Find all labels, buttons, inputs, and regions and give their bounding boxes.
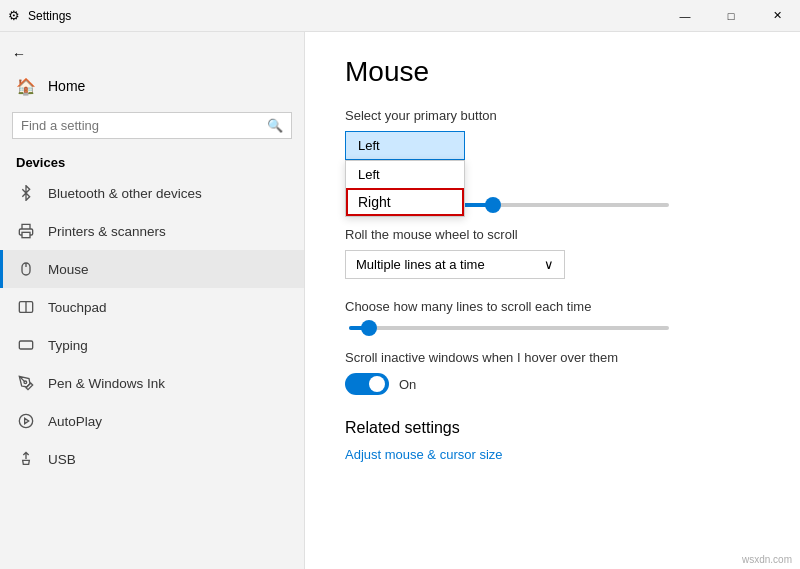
svg-marker-12 [25,418,29,423]
home-icon: 🏠 [16,76,36,96]
minimize-button[interactable]: — [662,0,708,32]
toggle-thumb [369,376,385,392]
sidebar-item-mouse[interactable]: Mouse [0,250,304,288]
scroll-dropdown[interactable]: Multiple lines at a time ∨ [345,250,565,279]
dropdown-option-left[interactable]: Left [346,161,464,188]
title-bar-controls: — □ ✕ [662,0,800,32]
primary-button-label: Select your primary button [345,108,760,123]
sidebar-item-printers[interactable]: Printers & scanners [0,212,304,250]
sidebar-item-usb[interactable]: USB [0,440,304,478]
sidebar-item-label: Touchpad [48,300,107,315]
svg-point-11 [19,414,32,427]
typing-icon [16,335,36,355]
chevron-down-icon: ∨ [544,257,554,272]
dropdown-selected[interactable]: Left [345,131,465,160]
page-title: Mouse [345,56,760,88]
section-title: Devices [0,147,304,174]
cursor-speed-thumb[interactable] [485,197,501,213]
restore-button[interactable]: □ [708,0,754,32]
scroll-inactive-toggle[interactable] [345,373,389,395]
svg-rect-0 [22,232,30,237]
app-container: ← 🏠 Home 🔍 Devices Bluetooth & other dev… [0,32,800,569]
sidebar-item-label: AutoPlay [48,414,102,429]
search-box[interactable]: 🔍 [12,112,292,139]
settings-icon: ⚙ [8,8,20,23]
watermark: wsxdn.com [742,554,792,565]
back-button[interactable]: ← [0,40,304,68]
search-icon: 🔍 [267,118,283,133]
usb-icon [16,449,36,469]
main-content: Mouse Select your primary button Left Le… [305,32,800,569]
svg-rect-5 [19,341,32,349]
lines-thumb[interactable] [361,320,377,336]
primary-button-dropdown[interactable]: Left Left Right [345,131,760,160]
scroll-label: Roll the mouse wheel to scroll [345,227,760,242]
autoplay-icon [16,411,36,431]
toggle-text: On [399,377,416,392]
inactive-label: Scroll inactive windows when I hover ove… [345,350,760,365]
sidebar-item-pen[interactable]: Pen & Windows Ink [0,364,304,402]
title-bar-left: ⚙ Settings [8,8,71,23]
title-bar-title: Settings [28,9,71,23]
sidebar-item-touchpad[interactable]: Touchpad [0,288,304,326]
sidebar: ← 🏠 Home 🔍 Devices Bluetooth & other dev… [0,32,305,569]
mouse-icon [16,259,36,279]
sidebar-item-bluetooth[interactable]: Bluetooth & other devices [0,174,304,212]
sidebar-item-label: USB [48,452,76,467]
lines-slider[interactable] [345,326,760,330]
sidebar-item-typing[interactable]: Typing [0,326,304,364]
back-arrow-icon: ← [12,46,26,62]
sidebar-item-label: Printers & scanners [48,224,166,239]
printer-icon [16,221,36,241]
lines-track [349,326,669,330]
pen-icon [16,373,36,393]
bluetooth-icon [16,183,36,203]
sidebar-item-label: Pen & Windows Ink [48,376,165,391]
home-label: Home [48,78,85,94]
related-settings-title: Related settings [345,419,760,437]
scroll-value: Multiple lines at a time [356,257,485,272]
search-input[interactable] [21,118,267,133]
sidebar-item-label: Mouse [48,262,89,277]
dropdown-options: Left Right [345,160,465,217]
title-bar: ⚙ Settings — □ ✕ [0,0,800,32]
sidebar-home-item[interactable]: 🏠 Home [0,68,304,104]
sidebar-item-label: Typing [48,338,88,353]
svg-point-10 [24,381,27,384]
sidebar-item-label: Bluetooth & other devices [48,186,202,201]
dropdown-option-right[interactable]: Right [346,188,464,216]
lines-label: Choose how many lines to scroll each tim… [345,299,760,314]
close-button[interactable]: ✕ [754,0,800,32]
adjust-mouse-link[interactable]: Adjust mouse & cursor size [345,447,503,462]
sidebar-item-autoplay[interactable]: AutoPlay [0,402,304,440]
touchpad-icon [16,297,36,317]
toggle-row: On [345,373,760,395]
